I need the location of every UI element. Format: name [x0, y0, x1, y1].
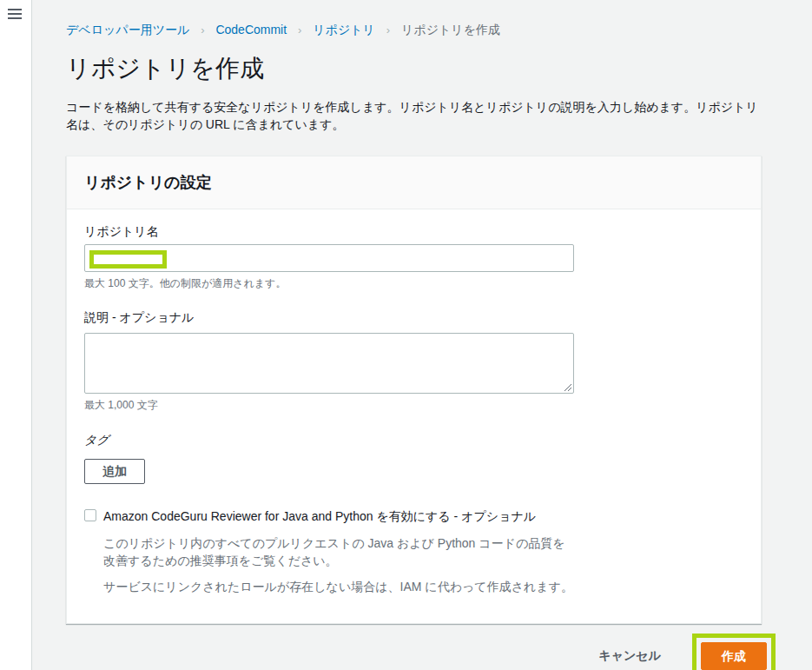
card-header: リポジトリの設定	[67, 156, 761, 209]
description-label: 説明 - オプショナル	[84, 309, 743, 325]
card-body: リポジトリ名 最大 100 文字。他の制限が適用されます。 説明 - オプショナ…	[67, 209, 761, 623]
collapsed-sidebar	[0, 0, 32, 670]
cancel-button[interactable]: キャンセル	[598, 648, 661, 664]
breadcrumb-separator-icon: ›	[386, 23, 390, 36]
breadcrumb-separator-icon: ›	[201, 23, 204, 36]
codeguru-description: このリポジトリ内のすべてのプルリクエストの Java および Python コー…	[103, 534, 577, 569]
breadcrumb-current-page: リポジトリを作成	[401, 23, 500, 36]
breadcrumb-developer-tools[interactable]: デベロッパー用ツール	[66, 23, 189, 36]
repository-name-hint: 最大 100 文字。他の制限が適用されます。	[84, 276, 743, 290]
breadcrumb: デベロッパー用ツール › CodeCommit › リポジトリ › リポジトリを…	[66, 23, 762, 37]
description-textarea[interactable]	[84, 333, 574, 394]
breadcrumb-separator-icon: ›	[298, 23, 301, 36]
description-hint: 最大 1,000 文字	[84, 398, 743, 412]
repository-settings-card: リポジトリの設定 リポジトリ名 最大 100 文字。他の制限が適用されます。 説…	[66, 156, 762, 624]
page-title: リポジトリを作成	[66, 54, 762, 83]
codeguru-checkbox[interactable]	[84, 509, 96, 521]
add-tag-button[interactable]: 追加	[84, 459, 145, 484]
form-actions: キャンセル 作成	[66, 634, 762, 670]
codeguru-checkbox-label[interactable]: Amazon CodeGuru Reviewer for Java and Py…	[103, 508, 536, 524]
codeguru-service-role-note: サービスにリンクされたロールが存在しない場合は、IAM に代わって作成されます。	[103, 578, 590, 595]
create-button[interactable]: 作成	[701, 642, 767, 670]
breadcrumb-repositories[interactable]: リポジトリ	[313, 23, 375, 36]
hamburger-menu-icon[interactable]	[8, 9, 22, 19]
card-title: リポジトリの設定	[84, 173, 743, 192]
page-description: コードを格納して共有する安全なリポジトリを作成します。リポジトリ名とリポジトリの…	[66, 98, 762, 133]
repository-name-input[interactable]	[84, 244, 574, 272]
repository-name-label: リポジトリ名	[84, 223, 743, 239]
main-content: デベロッパー用ツール › CodeCommit › リポジトリ › リポジトリを…	[32, 0, 812, 670]
breadcrumb-codecommit[interactable]: CodeCommit	[215, 23, 287, 36]
tags-label: タグ	[84, 433, 743, 448]
highlight-annotation-create-button: 作成	[692, 634, 776, 670]
